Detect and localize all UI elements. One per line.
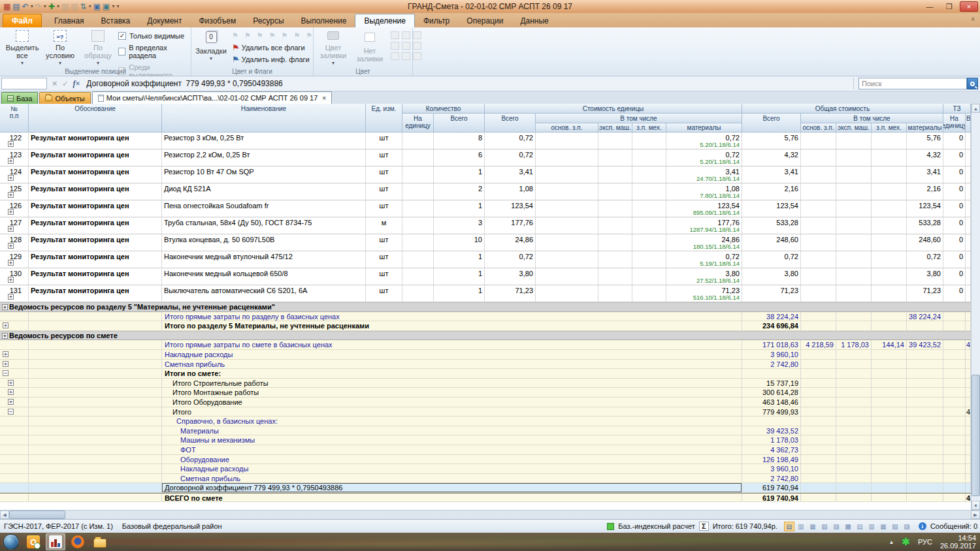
- toolbar-icon-6[interactable]: ▩: [843, 522, 853, 531]
- search-button[interactable]: [967, 78, 978, 89]
- taskbar-firefox-button[interactable]: [68, 533, 88, 550]
- checkbox-within-section[interactable]: В пределах раздела: [118, 44, 191, 59]
- section-header-row[interactable]: +Ведомость ресурсов по разделу 5 "Матери…: [0, 302, 971, 312]
- expand-toggle[interactable]: +: [8, 389, 14, 395]
- expand-toggle[interactable]: +: [8, 243, 14, 249]
- toolbar-icon-4[interactable]: ▧: [819, 522, 830, 531]
- toolbar-icon-2[interactable]: ▥: [796, 522, 806, 531]
- function-icon[interactable]: f×: [73, 79, 80, 89]
- summary-row[interactable]: Накладные расходы3 960,10: [0, 464, 971, 474]
- estimate-row[interactable]: 127Результат мониторинга ценТруба стальн…: [0, 217, 971, 234]
- minimize-button[interactable]: —: [921, 1, 939, 12]
- formula-input[interactable]: [86, 79, 850, 88]
- language-indicator[interactable]: РУС: [918, 538, 932, 546]
- tab-selection[interactable]: Выделение: [355, 14, 415, 27]
- tab-base[interactable]: База: [1, 92, 38, 104]
- toolbar-icon-5[interactable]: ▨: [831, 522, 841, 531]
- taskbar-grand-smeta-button[interactable]: [46, 533, 65, 550]
- estimate-row[interactable]: 128Результат мониторинга ценВтулка конце…: [0, 234, 971, 251]
- summary-row[interactable]: +Итого Оборудование463 148,46: [0, 398, 971, 407]
- summary-row[interactable]: Итого прямые затраты по разделу в базисн…: [0, 312, 971, 322]
- expand-toggle[interactable]: +: [8, 175, 14, 181]
- estimate-row[interactable]: 130Результат мониторинга ценНаконечник м…: [0, 268, 971, 285]
- select-by-condition-button[interactable]: =? По условию▾: [42, 29, 78, 67]
- summary-row[interactable]: Машины и механизмы1 178,03: [0, 435, 971, 445]
- expand-toggle[interactable]: +: [8, 294, 14, 300]
- expand-toggle[interactable]: +: [8, 399, 14, 405]
- start-button[interactable]: [3, 534, 19, 550]
- expand-toggle[interactable]: +: [8, 192, 14, 198]
- estimate-row[interactable]: 131Результат мониторинга ценВыключатель …: [0, 285, 971, 302]
- summary-row[interactable]: Материалы39 423,52: [0, 426, 971, 436]
- summary-row[interactable]: Договорной коэффициент 779 499,93 * 0,79…: [0, 483, 971, 493]
- search-input[interactable]: [858, 78, 967, 89]
- taskbar-outlook-button[interactable]: O: [24, 533, 43, 550]
- remove-all-flags-button[interactable]: ⚑̶ Удалить все флаги: [232, 43, 305, 52]
- remove-info-flags-button[interactable]: ⚑̶ Удалить инф. флаги: [232, 55, 310, 64]
- expand-toggle[interactable]: +: [8, 277, 14, 283]
- summary-row[interactable]: +Итого Строительные работы15 737,19: [0, 379, 971, 388]
- toolbar-icon-7[interactable]: ▤: [855, 522, 865, 531]
- tray-app-icon[interactable]: ✱: [902, 536, 910, 548]
- toolbar-icon-8[interactable]: ▥: [866, 522, 877, 531]
- summary-row[interactable]: Итого прямые затраты по смете в базисных…: [0, 340, 971, 350]
- close-button[interactable]: ×: [960, 1, 978, 12]
- collapse-ribbon-icon[interactable]: ˄: [971, 16, 975, 23]
- summary-row[interactable]: ВСЕГО по смете619 740,9445: [0, 493, 971, 503]
- scroll-down-icon[interactable]: ▼: [972, 501, 980, 510]
- scroll-up-icon[interactable]: ▲: [972, 104, 980, 113]
- clock[interactable]: 14:54 26.09.2017: [940, 534, 976, 550]
- expand-toggle[interactable]: +: [3, 361, 8, 367]
- bookmarks-button[interactable]: 0 Закладки▾: [193, 29, 229, 67]
- toolbar-icon-1[interactable]: ▤: [784, 522, 794, 531]
- tab-resources[interactable]: Ресурсы: [244, 14, 292, 27]
- scroll-right-icon[interactable]: ▶: [971, 511, 980, 519]
- tab-filter[interactable]: Фильтр: [415, 14, 458, 27]
- tab-document[interactable]: Документ: [139, 14, 190, 27]
- vertical-scrollbar[interactable]: ▲ ▼: [971, 104, 980, 510]
- estimate-row[interactable]: 122Результат мониторинга ценРезистор 3 к…: [0, 133, 971, 150]
- cancel-icon[interactable]: ✕: [52, 80, 57, 88]
- expand-toggle[interactable]: +: [3, 351, 8, 357]
- tab-file[interactable]: Файл: [3, 14, 42, 27]
- estimate-row[interactable]: 125Результат мониторинга ценДиод КД 521А…: [0, 183, 971, 200]
- show-hidden-icons[interactable]: ▲: [889, 539, 894, 545]
- tab-home[interactable]: Главная: [46, 14, 93, 27]
- summary-row[interactable]: +Итого Монтажные работы300 614,28: [0, 388, 971, 398]
- expand-toggle[interactable]: +: [8, 380, 14, 386]
- toolbar-icon-11[interactable]: ▨: [902, 522, 912, 531]
- summary-row[interactable]: Оборудование126 198,49: [0, 455, 971, 465]
- section-header-row[interactable]: +Ведомость ресурсов по смете: [0, 331, 971, 341]
- tab-data[interactable]: Данные: [512, 14, 557, 27]
- confirm-icon[interactable]: ✓: [62, 80, 68, 88]
- toolbar-icon-9[interactable]: ▦: [878, 522, 889, 531]
- vertical-scroll-thumb[interactable]: [972, 375, 980, 496]
- expand-toggle[interactable]: +: [8, 209, 14, 215]
- expand-toggle[interactable]: +: [8, 226, 14, 232]
- tab-execution[interactable]: Выполнение: [293, 14, 355, 27]
- expand-toggle[interactable]: +: [2, 333, 8, 339]
- summary-row[interactable]: +Итого по разделу 5 Материалы, не учтенн…: [0, 321, 971, 331]
- tab-phys-volume[interactable]: Физобъем: [190, 14, 244, 27]
- restore-button[interactable]: ❒: [940, 1, 958, 12]
- estimate-row[interactable]: 129Результат мониторинга ценНаконечник м…: [0, 251, 971, 268]
- tab-estimate-document[interactable]: Мои сметы\Челябинск\АСПТ\ва...\02-01-02 …: [92, 91, 332, 104]
- expand-toggle[interactable]: −: [3, 370, 8, 376]
- tab-operations[interactable]: Операции: [458, 14, 512, 27]
- estimate-row[interactable]: 126Результат мониторинга ценПена огнесто…: [0, 200, 971, 217]
- select-all-button[interactable]: Выделить все▾: [4, 29, 41, 67]
- summary-row[interactable]: ФОТ4 362,73: [0, 445, 971, 455]
- close-tab-icon[interactable]: ×: [322, 95, 326, 102]
- expand-toggle[interactable]: +: [8, 158, 14, 164]
- tab-objects[interactable]: Объекты: [39, 92, 90, 104]
- summary-row[interactable]: +Накладные расходы3 960,10: [0, 350, 971, 360]
- summary-row[interactable]: Сметная прибыль2 742,80: [0, 474, 971, 484]
- expand-toggle[interactable]: +: [8, 260, 14, 266]
- expand-toggle[interactable]: +: [2, 304, 8, 310]
- estimate-row[interactable]: 124Результат мониторинга ценРезистор 10 …: [0, 166, 971, 183]
- expand-toggle[interactable]: +: [8, 141, 14, 147]
- summary-row[interactable]: −Итоги по смете:: [0, 369, 971, 379]
- taskbar-explorer-button[interactable]: [90, 533, 110, 550]
- summary-row[interactable]: −Итого779 499,934: [0, 407, 971, 417]
- scroll-left-icon[interactable]: ◀: [0, 511, 9, 519]
